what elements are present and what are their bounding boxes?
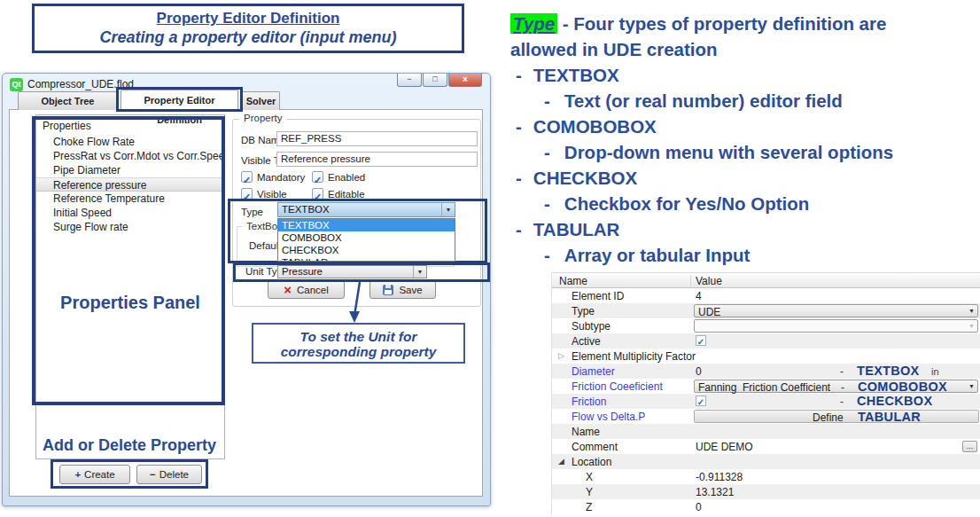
dash: -	[516, 219, 522, 239]
row-value[interactable]: 0	[696, 365, 702, 378]
bullet-desc-label: Text (or real number) editor field	[564, 90, 843, 111]
table-row-element-multiplicity-factor[interactable]: ▷ Element Multiplicity Factor	[552, 349, 980, 364]
more-options-button[interactable]: ...	[962, 441, 977, 452]
minimize-button[interactable]: −	[397, 74, 422, 87]
table-row-friction-coefficient[interactable]: Friction Coeeficient Fanning Friction Co…	[552, 379, 980, 394]
qt-logo-icon: Qt	[10, 78, 23, 91]
table-row-diameter[interactable]: Diameter 0 - TEXTBOX in	[552, 364, 980, 379]
subtype-value-combobox[interactable]: ▼	[694, 319, 978, 333]
expander-collapsed-icon[interactable]: ▷	[558, 351, 564, 360]
minimize-icon: −	[407, 74, 411, 83]
table-row-x[interactable]: X -0.911328	[552, 469, 980, 484]
table-row-location[interactable]: ◢ Location	[552, 454, 980, 469]
dash: -	[544, 193, 550, 214]
type-combobox[interactable]: TEXTBOX ▼	[277, 202, 455, 217]
bullet-term-label: COMOBOBOX	[533, 116, 657, 137]
bullet-desc: -Array or tabular Input	[510, 242, 980, 268]
table-row-active[interactable]: Active ✓	[552, 333, 980, 349]
dash: -	[544, 142, 550, 162]
notes-intro-rest: - Four types of property definition are	[563, 13, 887, 34]
maximize-icon: □	[432, 74, 437, 83]
table-row-element-id[interactable]: Element ID 4	[552, 288, 980, 303]
annotation-line-2: corresponding property	[253, 344, 463, 359]
define-button-label: Define	[813, 411, 844, 424]
row-label: Element Multiplicity Factor	[572, 350, 696, 363]
bullet-term-label: CHECKBOX	[533, 168, 637, 188]
row-label: Active	[572, 335, 601, 348]
row-value[interactable]: UDE DEMO	[696, 441, 753, 453]
enabled-label: Enabled	[328, 172, 365, 183]
type-dropdown-list[interactable]: TEXTBOX COMBOBOX CHECKBOX TABULAR	[277, 218, 455, 262]
table-row-subtype[interactable]: Subtype ▼	[552, 318, 980, 333]
row-value[interactable]: -0.911328	[696, 471, 743, 483]
maximize-button[interactable]: □	[423, 74, 447, 87]
db-name-input[interactable]: REF_PRESS	[276, 131, 478, 146]
row-label: Z	[586, 501, 592, 513]
save-button[interactable]: Save	[369, 280, 436, 299]
row-value: 4	[696, 290, 702, 302]
enabled-checkbox[interactable]: ✓	[312, 171, 323, 183]
table-row-y[interactable]: Y 13.1321	[552, 484, 980, 499]
bullet-desc: -Drop-down menu with several options	[510, 139, 980, 165]
close-icon: ×	[463, 74, 468, 84]
properties-panel-highlight-box	[32, 116, 225, 405]
active-tab-highlight-box	[116, 87, 243, 112]
check-icon: ✓	[697, 397, 704, 407]
bullet-term-label: TEXTBOX	[533, 65, 619, 85]
bullet-term: -TABULAR	[510, 216, 980, 242]
slide-title: Property Editor Definition	[35, 10, 462, 27]
friction-coefficient-combobox[interactable]: Fanning Friction Coefficient - COMOBOBOX…	[694, 380, 978, 393]
notes-intro-line-2: allowed in UDE creation	[510, 36, 980, 62]
close-button[interactable]: ×	[448, 74, 482, 87]
row-label: Friction Coeeficient	[572, 380, 663, 393]
mandatory-checkbox[interactable]: ✓	[241, 171, 253, 183]
dropdown-option-tabular[interactable]: TABULAR	[278, 256, 455, 262]
row-label: Diameter	[572, 365, 615, 378]
define-button[interactable]: Define TABULAR	[694, 410, 979, 423]
table-row-type[interactable]: Type UDE ▼	[552, 303, 980, 318]
active-checkbox[interactable]: ✓	[696, 335, 706, 346]
tabular-annotation: TABULAR	[858, 410, 921, 424]
friction-checkbox[interactable]: ✓	[696, 396, 706, 406]
expander-expanded-icon[interactable]: ◢	[558, 457, 564, 466]
dash: -	[516, 116, 522, 137]
plus-icon: +	[74, 469, 81, 480]
dash: -	[544, 90, 550, 111]
table-row-friction[interactable]: Friction ✓ - CHECKBOX	[552, 394, 980, 409]
row-value[interactable]: 13.1321	[696, 486, 734, 498]
cancel-button[interactable]: × Cancel	[268, 280, 345, 299]
tab-object-tree-definition[interactable]: Object Tree Definition	[18, 91, 118, 110]
table-row-name[interactable]: Name	[552, 424, 980, 439]
row-value[interactable]: 0	[696, 501, 702, 513]
tab-solver[interactable]: Solver	[242, 91, 280, 110]
textbox-annotation: TEXTBOX	[857, 364, 920, 378]
type-keyword-highlight: Type	[510, 13, 557, 34]
type-combobox-value: TEXTBOX	[282, 204, 330, 215]
cancel-x-icon: ×	[284, 283, 292, 296]
row-label: Friction	[572, 396, 606, 408]
chevron-down-icon: ▼	[968, 308, 975, 314]
delete-button[interactable]: −Delete	[136, 465, 202, 484]
mandatory-label: Mandatory	[257, 172, 305, 183]
bullet-term-label: TABULAR	[533, 219, 620, 239]
dash: -	[840, 396, 844, 408]
create-button[interactable]: +Create	[59, 465, 130, 484]
bullet-desc-label: Array or tabular Input	[564, 245, 751, 265]
dropdown-option-checkbox[interactable]: CHECKBOX	[278, 244, 455, 256]
slide-root: Property Editor Definition Creating a pr…	[0, 0, 980, 517]
grid-header-row: Name Value	[552, 272, 980, 288]
save-button-label: Save	[399, 285, 422, 295]
dropdown-option-textbox[interactable]: TEXTBOX	[278, 219, 455, 231]
unit-type-combobox[interactable]: Pressure ▼	[277, 265, 427, 278]
visible-text-input[interactable]: Reference pressure	[276, 152, 478, 167]
table-row-flow-vs-deltap[interactable]: Flow vs Delta.P Define TABULAR	[552, 409, 980, 424]
row-label: Flow vs Delta.P	[572, 411, 645, 423]
bullet-desc: -Text (or real number) editor field	[510, 88, 980, 114]
row-label: Type	[572, 305, 595, 317]
table-row-z[interactable]: Z 0	[552, 499, 980, 514]
type-value-combobox[interactable]: UDE ▼	[694, 304, 978, 317]
dropdown-option-combobox[interactable]: COMBOBOX	[278, 231, 455, 244]
dash: -	[544, 245, 550, 265]
table-row-comment[interactable]: Comment UDE DEMO ...	[552, 439, 980, 454]
minus-icon: −	[150, 469, 156, 480]
